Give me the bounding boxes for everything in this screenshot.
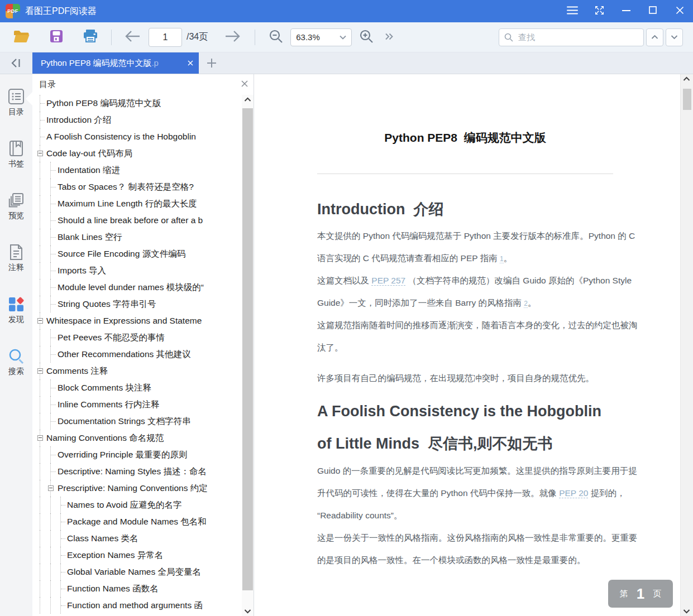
collapse-toggle[interactable] (37, 435, 43, 441)
tab-active[interactable]: Python PEP8 编码规范中文版.p (32, 52, 199, 74)
scroll-down-icon[interactable] (683, 609, 690, 614)
find-previous-button[interactable] (646, 28, 663, 46)
toc-item[interactable]: Other Recommendations 其他建议 (32, 346, 242, 363)
doc-text: 。 (504, 253, 513, 263)
zoom-out-button[interactable] (269, 29, 283, 46)
toc-item[interactable]: Class Names 类名 (32, 530, 242, 547)
toc-panel-close-button[interactable] (241, 80, 248, 88)
open-file-button[interactable] (13, 30, 30, 45)
scroll-down-icon[interactable] (244, 609, 251, 614)
toc-item[interactable]: Package and Module Names 包名和 (32, 513, 242, 530)
toc-item[interactable]: Source File Encoding 源文件编码 (32, 246, 242, 262)
tree-guide (40, 179, 40, 195)
minimize-button[interactable] (613, 0, 639, 22)
menu-button[interactable] (559, 0, 586, 22)
toc-item[interactable]: Overriding Principle 最重要的原则 (32, 446, 242, 463)
arrow-left-icon (124, 30, 141, 45)
pdf-viewer[interactable]: Python PEP8 编码规范中文版Introduction 介绍本文提供的 … (254, 74, 693, 616)
tree-guide (51, 471, 56, 472)
save-button[interactable] (50, 30, 63, 45)
find-next-button[interactable] (666, 28, 683, 46)
search-input[interactable] (517, 32, 638, 42)
toc-scrollbar-thumb[interactable] (242, 108, 253, 590)
tab-close-button[interactable] (187, 60, 194, 66)
toc-list: Python PEP8 编码规范中文版Introduction 介绍A Fool… (32, 95, 242, 616)
toc-item[interactable]: Comments 注释 (32, 363, 242, 379)
next-page-button[interactable] (224, 30, 241, 45)
collapse-toggle[interactable] (37, 318, 43, 324)
toc-item[interactable]: Code lay-out 代码布局 (32, 145, 242, 162)
collapse-toggle[interactable] (48, 485, 54, 491)
page-number-input[interactable] (149, 28, 182, 47)
doc-reference-link[interactable]: 1 (500, 255, 504, 263)
tree-guide (51, 405, 56, 405)
toc-item[interactable]: Pet Peeves 不能忍受的事情 (32, 329, 242, 346)
tree-guide (51, 287, 56, 288)
close-button[interactable] (666, 0, 693, 22)
tree-guide (40, 597, 40, 614)
toc-item-label: Comments 注释 (46, 363, 108, 379)
toc-item[interactable]: Should a line break before or after a b (32, 212, 242, 229)
sidebar-item-bookmarks[interactable]: 书签 (0, 139, 32, 169)
zoom-out-icon (269, 29, 283, 46)
toc-item[interactable]: Blank Lines 空行 (32, 229, 242, 246)
collapse-toggle[interactable] (37, 151, 43, 156)
toc-item[interactable]: Function Names 函数名 (32, 580, 242, 597)
toc-item[interactable]: Indentation 缩进 (32, 162, 242, 179)
document-line: 这篇规范指南随着时间的推移而逐渐演变，随着语言本身的变化，过去的约定也被淘 (317, 314, 613, 336)
toc-item-label: Overriding Principle 最重要的原则 (58, 446, 188, 463)
zoom-level-select[interactable]: 63.3% (290, 28, 352, 46)
toc-item[interactable]: Names to Avoid 应避免的名字 (32, 497, 242, 513)
toc-item[interactable]: Naming Conventions 命名规范 (32, 430, 242, 446)
sidebar-item-preview[interactable]: 预览 (0, 191, 32, 221)
doc-text: 本文提供的 Python 代码编码规范基于 Python 主要发行版本的标准库。… (317, 231, 635, 240)
document-divider (317, 174, 613, 174)
toc-item[interactable]: String Quotes 字符串引号 (32, 296, 242, 312)
toc-item[interactable]: Documentation Strings 文档字符串 (32, 413, 242, 430)
toc-item[interactable]: Tabs or Spaces？ 制表符还是空格? (32, 179, 242, 195)
toolbar: /34页 63.3% (0, 22, 693, 52)
doc-reference-link[interactable]: 2 (524, 300, 528, 308)
prev-page-button[interactable] (124, 30, 141, 45)
doc-text: 语言实现的 C 代码规范请查看相应的 PEP 指南 (317, 253, 500, 263)
viewer-scrollbar-thumb[interactable] (683, 89, 691, 110)
tree-guide (40, 162, 40, 179)
doc-link[interactable]: PEP 20 (559, 488, 588, 498)
sidebar-item-search[interactable]: 搜索 (0, 347, 32, 377)
sidebar-item-annotation[interactable]: 注释 (0, 243, 32, 273)
toc-item[interactable]: Exception Names 异常名 (32, 547, 242, 564)
toc-item[interactable]: Module level dunder names 模块级的“ (32, 279, 242, 296)
toc-item[interactable]: Introduction 介绍 (32, 112, 242, 128)
viewer-scrollbar[interactable] (680, 74, 693, 616)
tab-list-collapse-button[interactable] (0, 52, 32, 74)
toc-item[interactable]: A Foolish Consistency is the Hobgoblin (32, 128, 242, 145)
tree-guide (40, 103, 45, 104)
new-tab-button[interactable] (199, 52, 224, 74)
toc-item[interactable]: Function and method arguments 函 (32, 597, 242, 614)
toc-item[interactable]: Imports 导入 (32, 262, 242, 279)
toolbar-separator (111, 30, 112, 45)
tree-guide (51, 187, 56, 187)
toc-item[interactable]: Descriptive: Naming Styles 描述：命名 (32, 463, 242, 480)
search-icon (8, 347, 25, 365)
toc-scrollbar[interactable] (242, 95, 254, 616)
toc-item-label: Python PEP8 编码规范中文版 (46, 95, 161, 112)
toc-item[interactable]: Prescriptive: Naming Conventions 约定 (32, 480, 242, 497)
toc-item[interactable]: Whitespace in Expressions and Stateme (32, 312, 242, 329)
sidebar-item-discover[interactable]: 发现 (0, 295, 32, 325)
doc-link[interactable]: PEP 257 (371, 276, 405, 286)
toc-item[interactable]: Global Variable Names 全局变量名 (32, 564, 242, 580)
more-tools-button[interactable] (385, 32, 393, 42)
toc-item[interactable]: Python PEP8 编码规范中文版 (32, 95, 242, 112)
maximize-button[interactable] (639, 0, 666, 22)
scroll-up-icon[interactable] (244, 97, 251, 102)
minimize-icon (622, 6, 630, 17)
toc-item[interactable]: Maximum Line Length 行的最大长度 (32, 195, 242, 212)
fullscreen-button[interactable] (586, 0, 613, 22)
print-button[interactable] (83, 29, 98, 45)
scroll-up-icon[interactable] (683, 76, 690, 81)
zoom-in-button[interactable] (359, 29, 374, 46)
collapse-toggle[interactable] (37, 368, 43, 374)
toc-item[interactable]: Block Comments 块注释 (32, 379, 242, 396)
toc-item[interactable]: Inline Comments 行内注释 (32, 396, 242, 413)
